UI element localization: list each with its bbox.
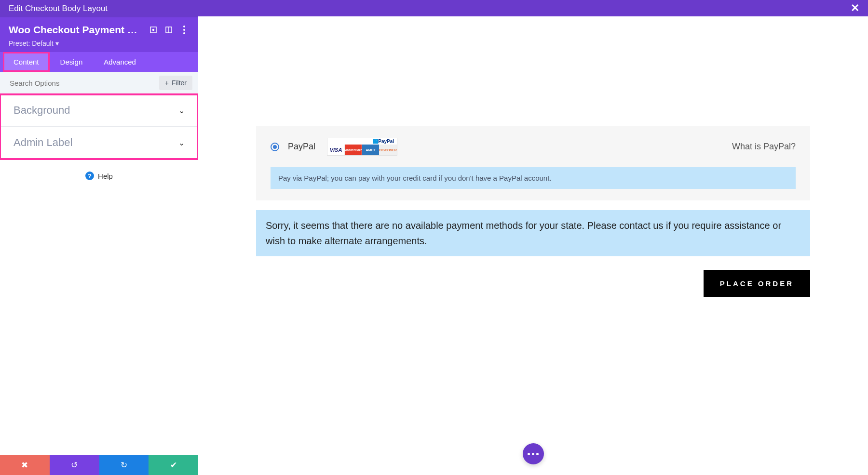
paypal-logo-text: 🅿PayPal [327, 138, 397, 145]
dot-icon [536, 453, 539, 455]
payment-notice: Sorry, it seems that there are no availa… [256, 210, 810, 256]
search-row: + Filter [0, 72, 198, 94]
undo-icon: ↺ [71, 460, 78, 470]
preview-pane: ✕ PayPal 🅿PayPal VISA MasterCar [198, 0, 868, 475]
svg-point-4 [183, 26, 185, 27]
payment-method-box: PayPal 🅿PayPal VISA MasterCard AMEX DISC… [256, 126, 810, 200]
filter-label: Filter [172, 79, 187, 87]
payment-description: Pay via PayPal; you can pay with your cr… [271, 167, 796, 189]
visa-card-icon: VISA [327, 145, 345, 155]
check-icon: ✔ [170, 460, 177, 470]
module-title: Woo Checkout Payment Se… [9, 24, 143, 36]
discover-card-icon: DISCOVER [380, 145, 397, 155]
redo-button[interactable]: ↻ [99, 455, 149, 475]
tab-advanced[interactable]: Advanced [93, 52, 147, 72]
payment-method-label: PayPal [288, 142, 315, 152]
tab-content[interactable]: Content [3, 52, 50, 72]
footer-buttons: ✖ ↺ ↻ ✔ [0, 455, 198, 475]
accordion-background-label: Background [14, 104, 70, 117]
place-order-button[interactable]: PLACE ORDER [704, 270, 810, 297]
payment-radio-paypal[interactable] [271, 143, 279, 151]
filter-button[interactable]: + Filter [159, 76, 192, 90]
preset-label: Preset: Default [9, 40, 54, 47]
plus-icon: + [165, 79, 169, 87]
dot-icon [532, 453, 534, 455]
expand-icon[interactable] [148, 25, 159, 35]
columns-icon[interactable] [163, 25, 174, 35]
svg-point-6 [183, 32, 185, 34]
titlebar-text: Edit Checkout Body Layout [9, 4, 108, 13]
accordion-group: Background ⌄ Admin Label ⌄ [0, 94, 198, 159]
close-panel-button[interactable]: ✕ [851, 2, 859, 14]
svg-point-5 [183, 29, 185, 31]
redo-icon: ↻ [121, 460, 127, 470]
accordion-admin-label[interactable]: Admin Label ⌄ [0, 127, 198, 159]
dot-icon [528, 453, 530, 455]
tabs: Content Design Advanced [0, 52, 198, 72]
mastercard-card-icon: MasterCard [345, 145, 362, 155]
close-icon: ✖ [21, 460, 28, 470]
paypal-cards-image: 🅿PayPal VISA MasterCard AMEX DISCOVER [327, 138, 397, 156]
what-is-paypal-link[interactable]: What is PayPal? [732, 142, 796, 152]
accordion-admin-label-label: Admin Label [14, 136, 72, 149]
help-row[interactable]: ? Help [0, 159, 198, 193]
module-header: Woo Checkout Payment Se… Preset: Default… [0, 17, 198, 52]
chevron-down-icon: ⌄ [178, 138, 185, 147]
accordion-background[interactable]: Background ⌄ [0, 94, 198, 127]
search-input[interactable] [10, 76, 155, 90]
caret-down-icon: ▾ [55, 40, 59, 47]
undo-button[interactable]: ↺ [50, 455, 99, 475]
page-settings-fab[interactable] [523, 443, 544, 464]
titlebar: Edit Checkout Body Layout [0, 0, 198, 17]
chevron-down-icon: ⌄ [178, 106, 185, 115]
help-icon: ? [85, 172, 94, 180]
help-label: Help [98, 172, 113, 180]
more-icon[interactable] [179, 25, 190, 35]
save-button[interactable]: ✔ [149, 455, 198, 475]
svg-point-1 [153, 29, 154, 31]
tab-design[interactable]: Design [50, 52, 94, 72]
cancel-button[interactable]: ✖ [0, 455, 50, 475]
top-ribbon: ✕ [198, 0, 868, 16]
preset-selector[interactable]: Preset: Default ▾ [9, 40, 190, 47]
amex-card-icon: AMEX [362, 145, 380, 155]
